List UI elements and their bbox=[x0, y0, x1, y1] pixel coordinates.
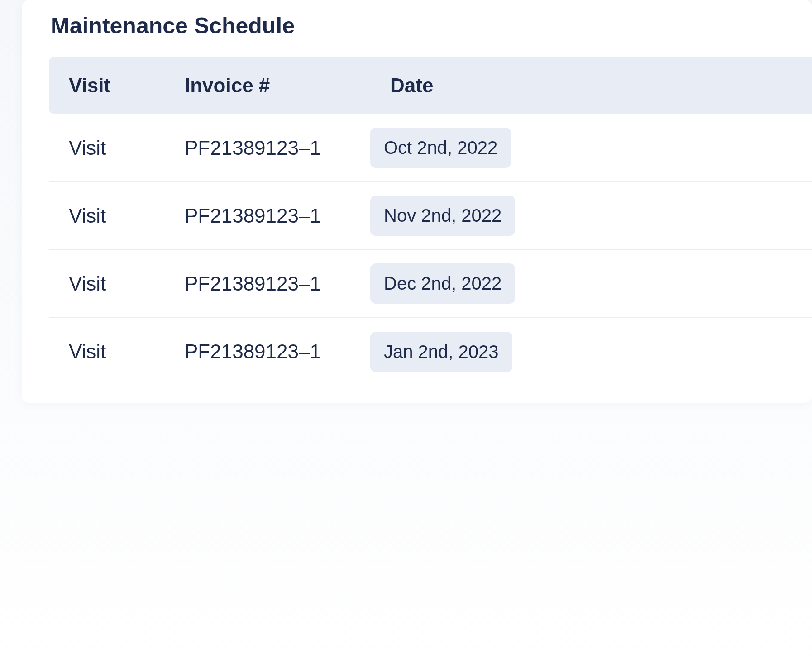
visit-cell: Visit bbox=[49, 340, 165, 363]
maintenance-table: Visit Invoice # Date Visit PF21389123–1 … bbox=[22, 57, 812, 386]
table-body: Visit PF21389123–1 Oct 2nd, 2022 Visit P… bbox=[49, 114, 812, 386]
table-row: Visit PF21389123–1 Oct 2nd, 2022 bbox=[49, 114, 812, 182]
maintenance-schedule-card: Maintenance Schedule Visit Invoice # Dat… bbox=[22, 0, 812, 403]
date-pill[interactable]: Nov 2nd, 2022 bbox=[370, 196, 515, 236]
table-row: Visit PF21389123–1 Dec 2nd, 2022 bbox=[49, 250, 812, 318]
table-row: Visit PF21389123–1 Jan 2nd, 2023 bbox=[49, 318, 812, 386]
visit-cell: Visit bbox=[49, 137, 165, 159]
invoice-cell: PF21389123–1 bbox=[165, 272, 370, 295]
visit-cell: Visit bbox=[49, 205, 165, 227]
card-title: Maintenance Schedule bbox=[22, 0, 812, 57]
column-header-date: Date bbox=[370, 74, 812, 97]
invoice-cell: PF21389123–1 bbox=[165, 137, 370, 159]
table-header-row: Visit Invoice # Date bbox=[49, 57, 812, 114]
column-header-visit: Visit bbox=[49, 74, 165, 97]
date-pill[interactable]: Dec 2nd, 2022 bbox=[370, 263, 515, 304]
table-row: Visit PF21389123–1 Nov 2nd, 2022 bbox=[49, 182, 812, 250]
invoice-cell: PF21389123–1 bbox=[165, 205, 370, 227]
date-pill[interactable]: Oct 2nd, 2022 bbox=[370, 128, 511, 168]
date-pill[interactable]: Jan 2nd, 2023 bbox=[370, 332, 512, 372]
visit-cell: Visit bbox=[49, 272, 165, 295]
invoice-cell: PF21389123–1 bbox=[165, 340, 370, 363]
column-header-invoice: Invoice # bbox=[165, 74, 370, 97]
